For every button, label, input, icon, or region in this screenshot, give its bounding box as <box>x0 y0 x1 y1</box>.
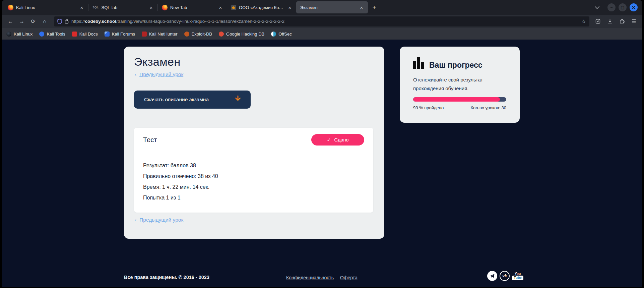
minimize-button[interactable]: – <box>607 3 616 11</box>
url-bar[interactable]: https://codeby.school/training/view/kurs… <box>54 16 589 26</box>
bookmark-kali-docs[interactable]: Kali Docs <box>72 32 98 37</box>
tab-close-icon[interactable]: × <box>148 5 154 10</box>
tab-new-tab[interactable]: New Tab × <box>158 1 227 13</box>
tab-bar: Kali Linux × SQL SQL-lab × New Tab × ООО… <box>2 0 642 15</box>
browser-window: Kali Linux × SQL SQL-lab × New Tab × ООО… <box>2 0 642 287</box>
bookmark-label: Google Hacking DB <box>226 32 264 37</box>
download-icon <box>234 95 242 104</box>
divider <box>143 152 364 152</box>
tab-kali-linux[interactable]: Kali Linux × <box>4 1 88 13</box>
tab-sql-lab[interactable]: SQL SQL-lab × <box>88 1 157 13</box>
sql-favicon-icon: SQL <box>92 6 99 9</box>
progress-card: Ваш прогресс Отслеживайте свой результат… <box>400 47 520 123</box>
kali-nethunter-icon <box>142 32 147 37</box>
privacy-link[interactable]: Конфиденциальность <box>286 275 334 280</box>
bar-chart-icon <box>413 57 424 69</box>
bookmark-label: Kali NetHunter <box>149 32 178 37</box>
bookmark-label: Exploit-DB <box>192 32 212 37</box>
lock-icon[interactable] <box>65 19 69 24</box>
tab-close-icon[interactable]: × <box>359 5 365 10</box>
prev-lesson-link-bottom[interactable]: ‹ Предыдущий урок <box>135 217 183 223</box>
result-correct: Правильно отвечено: 38 из 40 <box>143 173 218 179</box>
menu-icon[interactable]: ☰ <box>629 16 639 26</box>
prev-lesson-link-top[interactable]: ‹ Предыдущий урок <box>135 71 183 77</box>
firefox-favicon-icon <box>162 5 168 10</box>
chevron-left-icon: ‹ <box>135 71 136 77</box>
bookmarks-bar: Kali Linux Kali Tools Kali Docs Kali For… <box>2 28 642 40</box>
download-button-label: Скачать описание экзамна <box>144 97 234 103</box>
youtube-icon[interactable]: You Tube <box>512 271 523 281</box>
url-path: /training/view/kurs-laquo-osnovy-linux-r… <box>116 19 284 24</box>
extensions-icon[interactable] <box>617 16 627 26</box>
chevron-left-icon: ‹ <box>135 217 136 223</box>
page-title: Экзамен <box>134 55 181 68</box>
offsec-icon <box>271 32 276 37</box>
bookmark-label: Kali Docs <box>79 32 98 37</box>
prev-lesson-link[interactable]: Предыдущий урок <box>139 217 183 223</box>
bookmark-kali-linux[interactable]: Kali Linux <box>6 32 33 37</box>
progress-percent-label: 93 % пройдено <box>413 105 444 110</box>
tab-close-icon[interactable]: × <box>79 5 85 10</box>
tab-title: Экзамен <box>300 5 356 10</box>
tab-academy[interactable]: ООО «Академия Кодеба × <box>227 1 296 13</box>
tab-close-icon[interactable]: × <box>217 5 223 10</box>
copyright-text: Все права защищены. © 2016 - 2023 <box>124 275 209 280</box>
toolbar-icons: ☰ <box>593 16 639 26</box>
result-score: Результат: баллов 38 <box>143 163 218 169</box>
tab-title: ООО «Академия Кодеба <box>239 5 284 10</box>
progress-bar <box>413 97 506 102</box>
test-result-lines: Результат: баллов 38 Правильно отвечено:… <box>143 163 218 201</box>
telegram-icon[interactable] <box>487 271 497 281</box>
bookmark-label: Kali Forums <box>112 32 135 37</box>
offer-link[interactable]: Оферта <box>340 275 358 280</box>
bookmark-kali-tools[interactable]: Kali Tools <box>39 32 65 37</box>
test-header: Тест ✓ Сдано <box>143 134 364 146</box>
social-links: vk You Tube <box>487 271 523 281</box>
reload-icon[interactable]: ⟳ <box>28 16 39 26</box>
result-time: Время: 1 ч. 22 мин. 14 сек. <box>143 184 218 190</box>
back-icon[interactable]: ← <box>5 16 16 26</box>
exploit-db-icon <box>184 32 189 37</box>
tab-close-icon[interactable]: × <box>287 5 293 10</box>
home-icon[interactable]: ⌂ <box>39 16 50 26</box>
close-window-button[interactable]: ✕ <box>630 3 638 11</box>
bookmark-star-icon[interactable]: ☆ <box>582 18 586 24</box>
list-all-tabs-chevron-icon[interactable] <box>595 6 599 9</box>
page-content: Экзамен ‹ Предыдущий урок Скачать описан… <box>2 40 642 287</box>
url-domain: codeby.school <box>85 19 117 24</box>
tracking-shield-icon[interactable] <box>57 19 62 24</box>
url-scheme: https:// <box>71 19 85 24</box>
progress-title: Ваш прогресс <box>429 61 482 70</box>
new-tab-button[interactable]: + <box>369 2 379 12</box>
tab-title: New Tab <box>170 5 215 10</box>
vk-icon[interactable]: vk <box>500 271 510 281</box>
bookmark-offsec[interactable]: OffSec <box>271 32 292 37</box>
kali-forums-icon <box>105 32 110 37</box>
tab-ekzamen-active[interactable]: Экзамен × <box>296 1 368 13</box>
downloads-icon[interactable] <box>605 16 615 26</box>
tab-title: Kali Linux <box>16 5 76 10</box>
bookmark-label: OffSec <box>278 32 292 37</box>
navigation-bar: ← → ⟳ ⌂ https://codeby.school/training/v… <box>2 15 642 28</box>
bookmark-exploit-db[interactable]: Exploit-DB <box>184 32 212 37</box>
forward-icon[interactable]: → <box>16 16 27 26</box>
result-attempt: Попытка 1 из 1 <box>143 195 218 201</box>
window-controls: – ▢ ✕ <box>607 3 638 11</box>
passed-badge-label: Сдано <box>334 137 349 142</box>
progress-description: Отслеживайте свой результат прохождения … <box>413 75 500 93</box>
prev-lesson-link[interactable]: Предыдущий урок <box>139 71 183 77</box>
url-text[interactable]: https://codeby.school/training/view/kurs… <box>71 19 579 24</box>
bookmark-google-hacking-db[interactable]: Google Hacking DB <box>219 32 264 37</box>
download-exam-description-button[interactable]: Скачать описание экзамна <box>134 91 251 109</box>
save-page-icon[interactable] <box>593 16 603 26</box>
bookmark-kali-nethunter[interactable]: Kali NetHunter <box>142 32 178 37</box>
site-favicon-icon <box>231 5 236 10</box>
kali-tools-icon <box>39 32 44 37</box>
firefox-favicon-icon <box>8 5 13 10</box>
test-result-card: Тест ✓ Сдано Результат: баллов 38 Правил… <box>134 128 373 213</box>
kali-linux-icon <box>6 32 11 37</box>
progress-header: Ваш прогресс <box>413 57 482 69</box>
bookmark-kali-forums[interactable]: Kali Forums <box>105 32 135 37</box>
maximize-button[interactable]: ▢ <box>619 3 627 11</box>
progress-labels: 93 % пройдено Кол-во уроков: 30 <box>413 105 506 110</box>
